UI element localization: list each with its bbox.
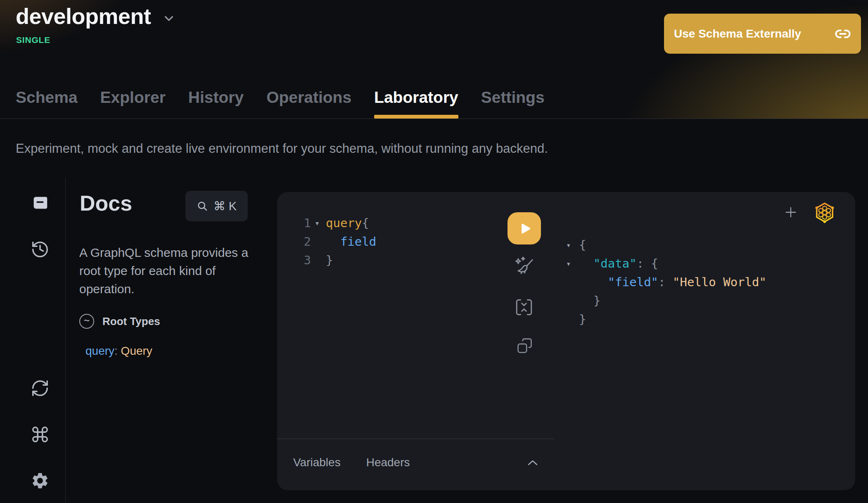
search-shortcut-label: ⌘ K (213, 199, 237, 213)
settings-gear-icon[interactable] (30, 471, 50, 491)
root-types-section: ~ Root Types (79, 314, 160, 329)
use-schema-externally-button[interactable]: Use Schema Externally (664, 14, 861, 54)
tab-history[interactable]: History (188, 89, 244, 119)
line-number: 3 (300, 251, 311, 270)
editor-line-3[interactable]: 3 } (300, 251, 376, 270)
response-line-5: } (566, 310, 766, 329)
history-icon[interactable] (30, 240, 50, 259)
editor-line-1[interactable]: 1 ▾ query{ (300, 214, 376, 233)
root-types-label: Root Types (102, 315, 160, 328)
chevron-down-icon[interactable] (162, 11, 176, 25)
response-line-4: } (566, 292, 766, 310)
play-icon (516, 220, 533, 237)
root-type-icon: ~ (79, 314, 94, 329)
page-title: development (16, 2, 151, 31)
docs-book-icon[interactable] (30, 193, 50, 213)
tab-explorer[interactable]: Explorer (100, 89, 166, 119)
graphiql-panel: 1 ▾ query{ 2 field 3 } (277, 192, 855, 490)
tab-laboratory[interactable]: Laboratory (374, 89, 458, 119)
root-type-name[interactable]: Query (121, 344, 152, 357)
docs-title: Docs (80, 192, 132, 214)
fold-triangle-icon[interactable]: ▾ (311, 214, 323, 233)
execute-query-button[interactable] (508, 212, 541, 244)
tab-headers[interactable]: Headers (366, 456, 410, 469)
line-number: 2 (300, 233, 311, 251)
response-line-2: ▾ "data": { (566, 254, 766, 273)
search-icon (197, 200, 208, 212)
line-number: 1 (300, 214, 311, 233)
fold-triangle-icon[interactable]: ▾ (566, 254, 576, 273)
copy-query-icon[interactable] (515, 337, 534, 355)
tab-settings[interactable]: Settings (481, 89, 545, 119)
tab-operations[interactable]: Operations (266, 89, 351, 119)
status-badge: SINGLE (16, 35, 50, 45)
root-field-name[interactable]: query (85, 344, 114, 357)
prettify-icon[interactable] (513, 254, 535, 279)
use-schema-externally-label: Use Schema Externally (674, 27, 801, 40)
response-line-1: ▾ { (566, 236, 766, 254)
docs-panel: Docs ⌘ K A GraphQL schema provides a roo… (65, 178, 277, 503)
fold-triangle-icon[interactable]: ▾ (566, 236, 576, 254)
refetch-schema-icon[interactable] (30, 378, 50, 398)
docs-description: A GraphQL schema provides a root type fo… (79, 244, 263, 298)
search-button[interactable]: ⌘ K (185, 191, 248, 221)
tab-schema[interactable]: Schema (16, 89, 78, 119)
bottom-tabs: Variables Headers (293, 453, 410, 472)
query-editor[interactable]: 1 ▾ query{ 2 field 3 } (300, 214, 376, 270)
add-tab-icon[interactable] (784, 205, 798, 219)
root-type-query-link[interactable]: query: Query (85, 344, 152, 358)
shortcut-keys-icon[interactable] (30, 425, 50, 444)
nav-tabs: Schema Explorer History Operations Labor… (16, 89, 545, 119)
page-subtitle: Experiment, mock and create live environ… (16, 141, 548, 156)
link-icon (835, 26, 851, 42)
response-viewer: ▾ { ▾ "data": { "field": "Hello World" }… (566, 236, 766, 329)
editor-line-2[interactable]: 2 field (300, 233, 376, 251)
header: development SINGLE Use Schema Externally… (0, 0, 868, 119)
response-line-3: "field": "Hello World" (566, 273, 766, 292)
chevron-up-icon[interactable] (527, 459, 538, 467)
tab-variables[interactable]: Variables (293, 456, 341, 469)
editor-bottom-divider (277, 439, 554, 439)
merge-fragments-icon[interactable] (514, 297, 534, 318)
hive-logo-icon[interactable] (813, 200, 837, 225)
